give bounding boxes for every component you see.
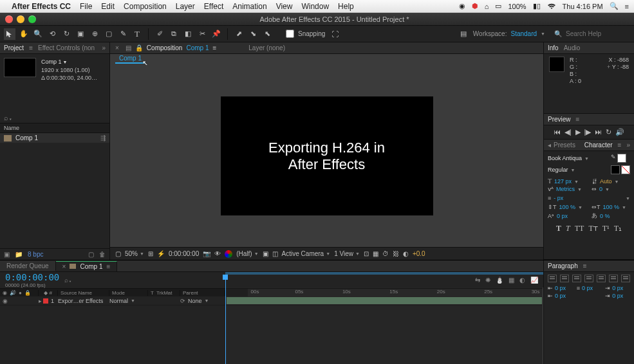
type-tool-icon[interactable]: T <box>131 28 143 40</box>
rotation-tool-icon[interactable]: ↻ <box>61 28 72 40</box>
timeline-body[interactable]: ◉ ▸1 Expor…er Effects Normal ▼ ⟳ None ▼ <box>0 296 543 364</box>
stroke-width-field[interactable]: ≡- px▼ <box>548 195 630 201</box>
tab-preview[interactable]: Preview <box>548 116 571 123</box>
faux-italic-button[interactable]: T <box>566 224 570 233</box>
col-t[interactable]: T <box>151 290 154 296</box>
kerning-field[interactable]: ᴠᴬMetrics▼ <box>548 186 586 192</box>
tab-audio[interactable]: Audio <box>564 44 581 51</box>
roi-icon[interactable]: ▣ <box>263 250 268 257</box>
spotlight-icon[interactable]: 🔍 <box>610 2 619 10</box>
menu-window[interactable]: Window <box>301 2 329 11</box>
vertical-scale-field[interactable]: ⇕T100 %▼ <box>548 204 586 210</box>
notification-icon[interactable]: ≡ <box>625 3 629 10</box>
tab-timeline-comp[interactable]: ×Comp 1≡ <box>56 261 118 271</box>
layer-name[interactable]: Expor…er Effects <box>58 298 109 304</box>
draft-3d-icon[interactable]: ✺ <box>485 277 490 284</box>
new-comp-icon[interactable]: ▢ <box>88 251 94 258</box>
app-name[interactable]: After Effects CC <box>12 2 71 11</box>
fast-preview-icon[interactable]: ⚡ <box>157 250 165 257</box>
first-line-field[interactable]: ⇤0 px <box>548 293 573 299</box>
menu-effect[interactable]: Effect <box>204 2 223 11</box>
transparency-icon[interactable]: ◫ <box>272 250 278 257</box>
font-family-dropdown[interactable]: Book Antiqua▼ <box>548 155 608 161</box>
always-preview-icon[interactable]: ▢ <box>115 250 121 257</box>
menu-file[interactable]: File <box>80 2 92 11</box>
viewer-flowchart-icon[interactable]: ▤ <box>126 44 131 51</box>
panel-menu-icon[interactable]: ≡ <box>583 262 587 269</box>
layer-label-color[interactable] <box>43 298 48 304</box>
panel-menu-icon[interactable]: ≡ <box>29 44 33 51</box>
video-col-icon[interactable]: ◉ <box>3 290 7 296</box>
align-left-button[interactable] <box>548 275 557 282</box>
workspace-grid-icon[interactable]: ▤ <box>458 28 469 40</box>
selection-tool-icon[interactable] <box>4 28 15 40</box>
display-icon[interactable]: ▭ <box>495 2 501 10</box>
tab-effect-controls[interactable]: Effect Controls (non <box>38 44 95 51</box>
flowchart-button-icon[interactable]: ⛓ <box>393 250 399 257</box>
comp-name[interactable]: Comp 1 <box>41 58 97 66</box>
snapshot-icon[interactable]: 📷 <box>203 250 210 257</box>
tsume-field[interactable]: あ0 % <box>592 212 630 220</box>
viewer-close-icon[interactable]: × <box>115 44 119 51</box>
views-dropdown[interactable]: 1 View▼ <box>334 250 360 257</box>
faux-bold-button[interactable]: T <box>556 224 561 233</box>
first-frame-button[interactable]: ⏮ <box>554 128 561 136</box>
lock-icon[interactable]: 🔒 <box>135 44 143 51</box>
cc-icon[interactable]: ⌂ <box>485 3 489 10</box>
workspace-dropdown[interactable]: Standard <box>510 30 537 37</box>
loop-button[interactable]: ↻ <box>606 128 611 136</box>
justify-last-center-button[interactable] <box>597 275 606 282</box>
last-frame-button[interactable]: ⏭ <box>595 128 602 136</box>
project-column-name[interactable]: Name <box>0 123 109 133</box>
battery-text[interactable]: 100% <box>508 3 526 10</box>
show-snapshot-icon[interactable]: 👁 <box>214 250 221 257</box>
tab-presets[interactable]: ◂ Presets <box>548 141 575 149</box>
reset-exposure-icon[interactable]: ◐ <box>403 250 409 257</box>
viewer-comp-link[interactable]: Comp 1 <box>186 44 209 51</box>
menu-edit[interactable]: Edit <box>101 2 115 11</box>
local-axis-icon[interactable]: ⬈ <box>233 28 245 40</box>
small-caps-button[interactable]: Tᴛ <box>588 224 597 233</box>
trash-icon[interactable]: 🗑 <box>99 251 106 258</box>
brush-tool-icon[interactable]: ✐ <box>154 28 165 40</box>
flowchart-icon[interactable]: ⇶ <box>100 134 106 141</box>
space-after-field[interactable]: ⇥0 px <box>605 293 630 299</box>
tracking-field[interactable]: ⇔0▼ <box>592 186 630 192</box>
font-size-field[interactable]: 𝕋127 px▼ <box>548 178 586 185</box>
fast-draft-icon[interactable]: ▦ <box>373 250 378 257</box>
timeline-layer-row[interactable]: ◉ ▸1 Expor…er Effects Normal ▼ ⟳ None ▼ <box>0 296 543 305</box>
anchor-tool-icon[interactable]: ⊕ <box>89 28 100 40</box>
eraser-tool-icon[interactable]: ◧ <box>182 28 194 40</box>
layer-parent-dropdown[interactable]: ⟳ None ▼ <box>180 298 225 304</box>
horizontal-scale-field[interactable]: ⇔T100 %▼ <box>592 204 630 210</box>
resolution-icon[interactable]: ⊞ <box>148 250 153 257</box>
play-button[interactable]: ▶ <box>575 128 581 136</box>
all-caps-button[interactable]: TT <box>575 224 584 233</box>
viewer-timecode[interactable]: 0:00:00:00 <box>169 250 199 257</box>
tab-project[interactable]: Project <box>4 44 24 51</box>
snapping-checkbox[interactable] <box>286 30 294 38</box>
menu-view[interactable]: View <box>276 2 293 11</box>
panel-menu-icon[interactable]: ≡ <box>576 116 580 123</box>
timeline-icon[interactable]: ⏱ <box>382 250 389 257</box>
justify-last-right-button[interactable] <box>609 275 618 282</box>
zoom-dropdown[interactable]: 50%▼ <box>125 250 144 257</box>
channel-icon[interactable] <box>225 250 232 258</box>
wifi-icon[interactable] <box>547 3 556 10</box>
tab-paragraph[interactable]: Paragraph <box>548 262 578 269</box>
font-style-dropdown[interactable]: Regular▼ <box>548 167 608 173</box>
search-timeline-icon[interactable]: ⌕▾ <box>64 277 72 284</box>
comp-mini-tab[interactable]: Comp 1 <box>115 54 145 64</box>
hide-shy-icon[interactable]: ⛄ <box>496 277 503 284</box>
timeline-ruler[interactable]: 00s 05s 10s 15s 20s 25s 30s <box>248 289 543 296</box>
bpc-toggle[interactable]: 8 bpc <box>28 251 43 258</box>
camera-dropdown[interactable]: Active Camera▼ <box>282 250 331 257</box>
view-axis-icon[interactable]: ⬉ <box>261 28 273 40</box>
shape-tool-icon[interactable]: ▢ <box>103 28 115 40</box>
col-trkmat[interactable]: TrkMat <box>156 290 172 296</box>
motion-blur-icon[interactable]: ◐ <box>519 277 525 284</box>
record-icon[interactable]: ◉ <box>459 2 465 10</box>
project-item-comp1[interactable]: Comp 1 ⇶ <box>0 133 109 143</box>
subscript-button[interactable]: T₁ <box>614 224 622 233</box>
col-mode[interactable]: Mode <box>109 290 148 296</box>
